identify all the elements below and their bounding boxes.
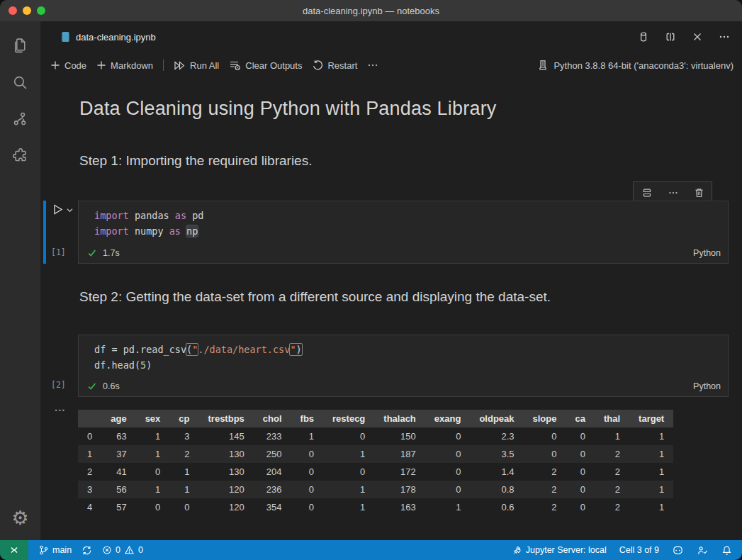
- table-row: 356111202360117800.82021: [78, 481, 673, 498]
- cell-position-item[interactable]: Cell 3 of 9: [619, 545, 659, 555]
- execution-count: [1]: [51, 247, 66, 257]
- remote-icon: [9, 544, 20, 556]
- table-row: 241011302040017201.42021: [78, 463, 673, 481]
- column-header: thalach: [374, 410, 425, 427]
- markdown-title: Data Cleaning using Python with Pandas L…: [79, 98, 497, 120]
- tab-label: data-cleaning.ipynb: [76, 32, 156, 43]
- more-icon[interactable]: [668, 187, 679, 198]
- column-header: ca: [566, 410, 594, 427]
- error-icon: [102, 545, 112, 555]
- kernel-label: Python 3.8.8 64-bit ('anaconda3': virtua…: [553, 60, 733, 71]
- column-header: target: [629, 410, 673, 427]
- notebook-toolbar: Code Markdown Run All Clear Outputs: [40, 52, 742, 78]
- column-header: [78, 410, 101, 427]
- plus-icon: [96, 60, 106, 70]
- delete-icon[interactable]: [694, 187, 704, 198]
- copilot-icon[interactable]: [672, 545, 684, 556]
- search-icon[interactable]: [0, 64, 40, 101]
- table-row: 137121302500118703.50021: [78, 445, 673, 463]
- restart-button[interactable]: Restart: [312, 60, 357, 71]
- sync-button[interactable]: [81, 545, 92, 556]
- notebook-icon: [60, 31, 70, 43]
- zoom-window-button[interactable]: [37, 6, 45, 15]
- traffic-lights: [9, 6, 45, 15]
- column-header: thal: [595, 410, 629, 427]
- execution-time: 1.7s: [103, 248, 120, 258]
- error-count: 0: [116, 545, 120, 555]
- status-bar-right: Jupyter Server: local Cell 3 of 9: [512, 545, 732, 556]
- run-all-icon: [174, 60, 186, 71]
- split-cell-icon[interactable]: [641, 187, 653, 198]
- variables-icon[interactable]: [636, 29, 651, 45]
- close-icon[interactable]: [690, 29, 705, 45]
- success-check-icon: [87, 248, 97, 258]
- gear-icon[interactable]: ⚙: [0, 499, 40, 536]
- branch-name: main: [52, 545, 72, 555]
- cell-status-bar: 0.6s Python: [87, 379, 721, 394]
- titlebar: data-cleaning.ipynb — notebooks: [0, 0, 742, 21]
- split-editor-icon[interactable]: [663, 29, 678, 45]
- toolbar-separator: [163, 60, 164, 71]
- clear-outputs-button[interactable]: Clear Outputs: [229, 60, 302, 71]
- column-header: chol: [254, 410, 291, 427]
- add-markdown-cell-button[interactable]: Markdown: [96, 60, 153, 71]
- markdown-step1: Step 1: Importing the required libraries…: [79, 153, 312, 169]
- column-header: slope: [524, 410, 566, 427]
- cell-focus-bar: [43, 201, 46, 264]
- code-editor[interactable]: df = pd.read_csv("./data/heart.csv")df.h…: [79, 335, 728, 373]
- bell-icon[interactable]: [721, 545, 732, 556]
- column-header: oldpeak: [470, 410, 523, 427]
- editor-area: data-cleaning.ipynb: [40, 21, 742, 540]
- window-title: data-cleaning.ipynb — notebooks: [0, 6, 742, 16]
- cell-language-picker[interactable]: Python: [693, 381, 721, 391]
- column-header: age: [101, 410, 135, 427]
- code-cell-2: df = pd.read_csv("./data/heart.csv")df.h…: [78, 335, 729, 397]
- run-all-button[interactable]: Run All: [174, 60, 219, 71]
- feedback-icon[interactable]: [697, 545, 709, 556]
- minimize-window-button[interactable]: [23, 6, 31, 15]
- vscode-window: data-cleaning.ipynb — notebooks: [0, 0, 742, 560]
- editor-actions: [636, 21, 732, 52]
- markdown-step2: Step 2: Getting the data-set from a diff…: [79, 289, 551, 305]
- play-icon: [51, 203, 64, 216]
- tab-data-cleaning[interactable]: data-cleaning.ipynb: [60, 31, 156, 43]
- rocket-icon: [512, 545, 522, 556]
- output-collapse-handle[interactable]: ...: [55, 401, 66, 413]
- code-cell-1: import pandas as pdimport numpy as np 1.…: [78, 201, 729, 264]
- plus-icon: [50, 60, 60, 70]
- toolbar-more-button[interactable]: [367, 60, 378, 71]
- more-icon[interactable]: [716, 29, 732, 45]
- remote-indicator[interactable]: [0, 540, 28, 560]
- source-control-icon[interactable]: [0, 101, 40, 138]
- run-cell-button[interactable]: [51, 203, 64, 216]
- execution-count: [2]: [51, 380, 66, 390]
- git-branch-item[interactable]: main: [38, 544, 72, 556]
- chevron-down-icon[interactable]: [66, 206, 74, 214]
- column-header: exang: [425, 410, 471, 427]
- column-header: restecg: [323, 410, 374, 427]
- warning-icon: [124, 545, 135, 555]
- sync-icon: [81, 545, 92, 556]
- dataframe-table: agesexcptrestbpscholfbsrestecgthalachexa…: [78, 410, 673, 516]
- jupyter-server-label: Jupyter Server: local: [526, 545, 607, 555]
- kernel-icon: [537, 60, 549, 71]
- table-row: 063131452331015002.30011: [78, 427, 673, 445]
- restart-icon: [312, 60, 323, 71]
- cell-language-picker[interactable]: Python: [693, 248, 721, 258]
- explorer-icon[interactable]: [0, 27, 40, 64]
- kernel-picker[interactable]: Python 3.8.8 64-bit ('anaconda3': virtua…: [537, 60, 733, 71]
- problems-item[interactable]: 0 0: [102, 545, 143, 555]
- close-window-button[interactable]: [9, 6, 17, 15]
- jupyter-server-item[interactable]: Jupyter Server: local: [512, 545, 607, 556]
- activity-bar: ⚙: [0, 21, 40, 540]
- git-branch-icon: [38, 544, 49, 556]
- dataframe-output: agesexcptrestbpscholfbsrestecgthalachexa…: [78, 410, 673, 516]
- add-code-cell-button[interactable]: Code: [50, 60, 86, 71]
- code-editor[interactable]: import pandas as pdimport numpy as np: [79, 201, 728, 239]
- cell-status-bar: 1.7s Python: [87, 245, 721, 261]
- tab-bar: data-cleaning.ipynb: [40, 21, 742, 52]
- status-bar: main 0 0 Jupyt: [0, 540, 742, 560]
- column-header: fbs: [291, 410, 324, 427]
- extensions-icon[interactable]: [0, 138, 40, 174]
- table-row: 457001203540116310.62021: [78, 498, 673, 516]
